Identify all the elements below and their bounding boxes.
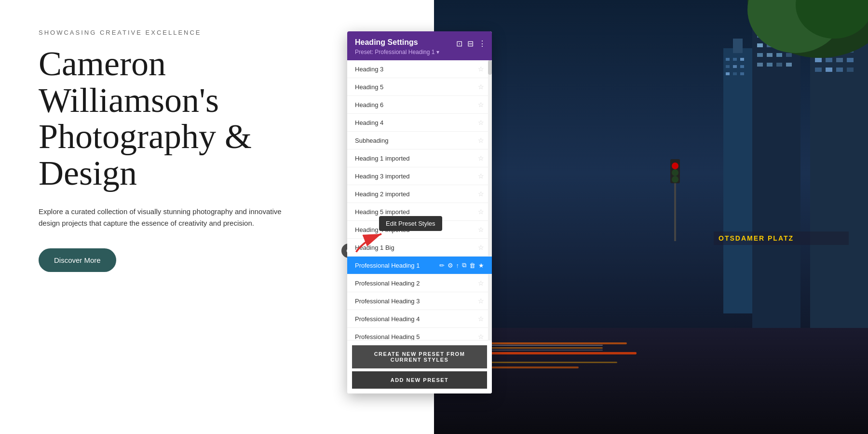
- star-icon[interactable]: ☆: [478, 154, 484, 162]
- add-preset-button[interactable]: ADD NEW PRESET: [352, 371, 487, 389]
- list-item[interactable]: Heading 5 ☆: [347, 78, 492, 96]
- star-icon[interactable]: ☆: [478, 136, 484, 144]
- svg-rect-11: [740, 72, 744, 75]
- star-icon[interactable]: ☆: [478, 279, 484, 287]
- item-label: Heading 3: [355, 66, 383, 73]
- item-label: Heading 5: [355, 83, 383, 91]
- list-item[interactable]: Heading 4 ☆: [347, 114, 492, 132]
- item-label: Heading 3 imported: [355, 173, 409, 180]
- star-icon[interactable]: ☆: [478, 190, 484, 198]
- heading-settings-panel: Heading Settings Preset: Professional He…: [347, 31, 492, 393]
- list-item[interactable]: Professional Heading 4 ☆: [347, 310, 492, 328]
- city-scene-svg: OTSDAMER PLATZ: [434, 0, 868, 434]
- upload-icon[interactable]: ↑: [456, 262, 460, 269]
- svg-rect-25: [757, 63, 763, 67]
- list-item[interactable]: Professional Heading 5 ☆: [347, 328, 492, 340]
- svg-rect-24: [786, 53, 792, 57]
- svg-point-56: [672, 176, 678, 183]
- svg-rect-26: [767, 63, 773, 67]
- item-label: Heading 1 imported: [355, 155, 409, 162]
- star-icon[interactable]: ☆: [478, 226, 484, 233]
- item-label: Heading 5 imported: [355, 208, 409, 216]
- svg-rect-35: [826, 58, 832, 62]
- star-icon[interactable]: ☆: [478, 208, 484, 216]
- svg-rect-2: [733, 39, 743, 53]
- svg-rect-34: [815, 58, 822, 62]
- item-label: Professional Heading 3: [355, 298, 420, 305]
- delete-icon[interactable]: 🗑: [469, 262, 475, 269]
- svg-rect-8: [740, 65, 744, 68]
- active-list-item[interactable]: Professional Heading 1 ✏ ⚙ ↑ ⧉ 🗑 ★: [347, 257, 492, 274]
- copy-icon[interactable]: ⧉: [462, 261, 466, 269]
- pencil-icon[interactable]: ✏: [439, 262, 445, 269]
- star-icon[interactable]: ☆: [478, 83, 484, 91]
- more-options-icon[interactable]: ⋮: [478, 39, 486, 48]
- star-icon[interactable]: ☆: [478, 172, 484, 180]
- svg-rect-7: [733, 65, 737, 68]
- item-label: Professional Heading 5: [355, 333, 420, 340]
- list-item[interactable]: Subheading ☆: [347, 132, 492, 149]
- chevron-down-icon[interactable]: ▾: [436, 49, 439, 55]
- svg-rect-12: [752, 24, 800, 352]
- svg-rect-39: [826, 68, 832, 72]
- item-label: Heading 6: [355, 101, 383, 108]
- left-content-area: SHOWCASING CREATIVE EXCELLENCE Cameron W…: [0, 0, 342, 434]
- star-icon[interactable]: ☆: [478, 333, 484, 340]
- maximize-icon[interactable]: ⊡: [456, 39, 462, 48]
- page-subtitle: SHOWCASING CREATIVE EXCELLENCE: [39, 29, 313, 36]
- scrollbar-thumb[interactable]: [488, 60, 492, 75]
- preset-label: Preset: Professional Heading 1: [355, 49, 434, 55]
- svg-rect-3: [726, 58, 730, 61]
- star-filled-icon[interactable]: ★: [478, 262, 484, 269]
- list-item[interactable]: Professional Heading 2 ☆: [347, 274, 492, 292]
- svg-rect-4: [733, 58, 737, 61]
- list-item[interactable]: Professional Heading 3 ☆: [347, 292, 492, 310]
- star-icon[interactable]: ☆: [478, 101, 484, 108]
- panel-header-icons: ⊡ ⊟ ⋮: [456, 39, 486, 48]
- create-preset-button[interactable]: CREATE NEW PRESET FROM CURRENT STYLES: [352, 345, 487, 368]
- preset-list: Heading 3 ☆ Heading 5 ☆ Heading 6 ☆ Head…: [347, 60, 492, 340]
- svg-rect-17: [757, 43, 763, 47]
- red-arrow-indicator: [350, 227, 398, 256]
- svg-rect-10: [733, 72, 737, 75]
- svg-rect-6: [726, 65, 730, 68]
- panel-footer: CREATE NEW PRESET FROM CURRENT STYLES AD…: [347, 340, 492, 393]
- list-item[interactable]: Heading 3 imported ☆: [347, 167, 492, 185]
- item-label: Heading 2 imported: [355, 190, 409, 198]
- svg-rect-9: [726, 72, 730, 75]
- svg-point-54: [672, 163, 678, 169]
- description: Explore a curated collection of visually…: [39, 206, 289, 229]
- star-icon[interactable]: ☆: [478, 244, 484, 251]
- svg-text:OTSDAMER    PLATZ: OTSDAMER PLATZ: [719, 234, 794, 242]
- discover-more-button[interactable]: Discover More: [39, 248, 116, 272]
- svg-rect-36: [836, 58, 843, 62]
- list-item[interactable]: Heading 3 ☆: [347, 60, 492, 78]
- svg-rect-1: [723, 48, 752, 313]
- svg-rect-23: [776, 53, 782, 57]
- list-item[interactable]: Heading 1 imported ☆: [347, 149, 492, 167]
- svg-rect-5: [740, 58, 744, 61]
- star-icon[interactable]: ☆: [478, 65, 484, 73]
- panel-subtitle[interactable]: Preset: Professional Heading 1 ▾: [355, 49, 484, 55]
- svg-rect-21: [757, 53, 763, 57]
- star-icon[interactable]: ☆: [478, 315, 484, 323]
- list-item[interactable]: Heading 2 imported ☆: [347, 185, 492, 203]
- svg-rect-40: [836, 68, 843, 72]
- item-label: Subheading: [355, 137, 388, 144]
- scrollbar[interactable]: [488, 60, 492, 340]
- item-label: Professional Heading 2: [355, 280, 420, 287]
- star-icon[interactable]: ☆: [478, 297, 484, 305]
- star-icon[interactable]: ☆: [478, 119, 484, 126]
- main-heading: Cameron Williamson's Photography & Desig…: [39, 46, 313, 191]
- list-item[interactable]: Heading 6 ☆: [347, 96, 492, 114]
- item-label: Professional Heading 4: [355, 315, 420, 323]
- item-label: Professional Heading 1: [355, 262, 420, 269]
- svg-rect-41: [847, 68, 854, 72]
- settings-icon[interactable]: ⚙: [448, 262, 453, 269]
- svg-rect-22: [767, 53, 773, 57]
- panel-header: Heading Settings Preset: Professional He…: [347, 31, 492, 60]
- svg-point-55: [672, 169, 678, 176]
- split-icon[interactable]: ⊟: [467, 39, 474, 48]
- svg-rect-37: [847, 58, 854, 62]
- svg-rect-28: [786, 63, 792, 67]
